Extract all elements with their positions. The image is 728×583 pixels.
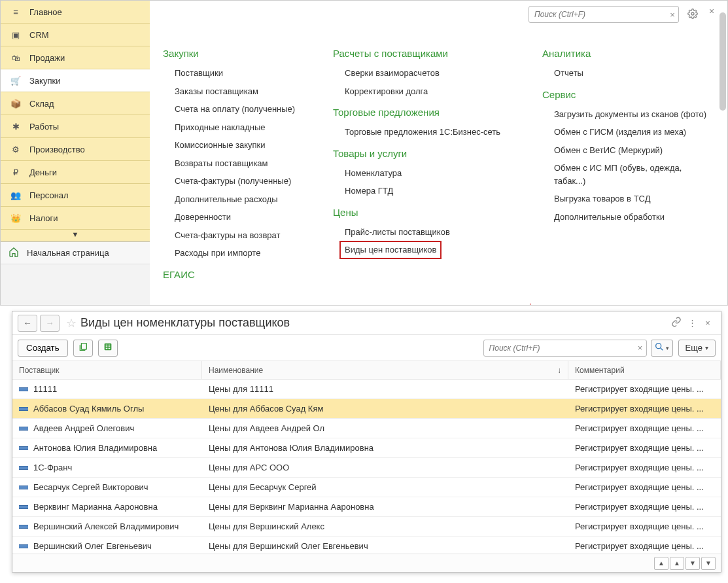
nav-link[interactable]: Приходные накладные [163,118,307,137]
close-panel-button[interactable]: × [705,6,718,16]
column-header-name[interactable]: Наименование ↓ [202,361,568,379]
content-panel: × × Закупки ПоставщикиЗаказы поставщикам… [150,1,727,305]
table-row[interactable]: Антонова Юлия ВладимировнаЦены для Антон… [12,438,721,458]
nav-link[interactable]: Корректировки долга [333,82,516,101]
more-button[interactable]: Еще ▾ [678,340,716,357]
section-ceny[interactable]: Цены [333,207,516,218]
sidebar-item-6[interactable]: ⚙Производство [1,138,150,161]
table-search[interactable]: × [483,340,647,357]
cell-comment: Регистрирует входящие цены. ... [568,541,721,551]
section-torgovye[interactable]: Торговые предложения [333,107,516,118]
copy-button[interactable] [73,340,93,357]
scroll-down-button[interactable]: ▼ [685,557,700,570]
chevron-down-icon: ▾ [705,344,708,351]
nav-link[interactable]: Прайс-листы поставщиков [333,223,516,241]
sidebar-home[interactable]: Начальная страница [1,242,150,264]
nav-link[interactable]: Виды цен поставщиков [339,241,442,259]
table-row[interactable]: 11111Цены для 11111Регистрирует входящие… [12,380,721,399]
sidebar-item-1[interactable]: ▣CRM [1,24,150,46]
table-row[interactable]: Верквинг Марианна АароновнаЦены для Верк… [12,497,721,517]
table-row[interactable]: Вершинский Олег ЕвгеньевичЦены для Верши… [12,537,721,554]
nav-link[interactable]: Загрузить документы из сканов (фото) [542,105,712,124]
table-search-input[interactable] [484,344,634,353]
nav-link[interactable]: Дополнительные расходы [163,190,307,209]
detail-window: ← → ☆ Виды цен номенклатуры поставщиков … [12,311,721,573]
sidebar-item-7[interactable]: ₽Деньги [1,161,150,184]
settings-button[interactable] [684,6,701,23]
sidebar-expand[interactable]: ▼ [1,230,150,241]
content-scrollbar[interactable] [719,11,726,301]
nav-link[interactable]: Обмен с ГИСМ (изделия из меха) [542,123,712,141]
nav-link[interactable]: Расходы при импорте [163,244,307,262]
table-row[interactable]: Вершинский Алексей ВладимировичЦены для … [12,517,721,537]
nav-label: Налоги [29,213,58,223]
scroll-bottom-button[interactable]: ▼ [701,557,716,570]
column-header-supplier[interactable]: Поставщик [12,361,202,379]
nav-link[interactable]: Счета на оплату (полученные) [163,100,307,118]
nav-link[interactable]: Номера ГТД [333,182,516,200]
menu-button[interactable]: ⋮ [684,318,700,328]
table-row[interactable]: Аббасов Суад Кямиль ОглыЦены для Аббасов… [12,399,721,419]
clear-icon[interactable]: × [667,10,678,20]
table-row[interactable]: Авдеев Андрей ОлеговичЦены для Авдеев Ан… [12,419,721,438]
section-egais[interactable]: ЕГАИС [163,269,307,280]
link-button[interactable] [668,317,684,329]
register-button[interactable] [98,340,118,357]
sidebar-item-0[interactable]: ≡Главное [1,1,150,24]
nav-link[interactable]: Комиссионные закупки [163,136,307,154]
cell-supplier: Вершинский Олег Евгеньевич [33,541,152,551]
kebab-icon: ⋮ [688,318,697,328]
sidebar-item-8[interactable]: 👥Персонал [1,184,150,207]
row-icon [19,387,28,391]
section-zakupki[interactable]: Закупки [163,48,307,59]
nav-link[interactable]: Счета-фактуры на возврат [163,226,307,245]
nav-link[interactable]: Заказы поставщикам [163,82,307,101]
favorite-button[interactable]: ☆ [66,316,77,330]
global-search-input[interactable] [529,10,667,19]
cell-name: Цены для АРС ООО [202,463,568,472]
nav-link[interactable]: Доверенности [163,208,307,226]
nav-link[interactable]: Отчеты [542,64,712,82]
home-icon [9,247,20,259]
table-row[interactable]: Бесарчук Сергей ВикторовичЦены для Бесар… [12,478,721,497]
nav-forward-button[interactable]: → [40,315,60,332]
nav-link[interactable]: Возвраты поставщикам [163,154,307,173]
sidebar-item-5[interactable]: ✱Работы [1,115,150,138]
nav-link[interactable]: Выгрузка товаров в ТСД [542,190,712,208]
nav-link[interactable]: Поставщики [163,64,307,82]
scroll-top-button[interactable]: ▲ [654,557,668,570]
cell-supplier: Верквинг Марианна Аароновна [33,502,158,512]
section-tovary[interactable]: Товары и услуги [333,148,516,159]
svg-rect-5 [105,346,107,347]
nav-link[interactable]: Номенклатура [333,164,516,183]
nav-label: CRM [29,30,49,40]
up-icon: ▲ [674,559,680,567]
search-icon [654,342,665,354]
nav-link[interactable]: Торговые предложения 1С:Бизнес-сеть [333,123,516,141]
sidebar-item-3[interactable]: 🛒Закупки [1,69,150,92]
nav-link[interactable]: Дополнительные обработки [542,208,712,226]
nav-label: Продажи [29,53,65,63]
section-analitika[interactable]: Аналитика [542,48,712,59]
global-search[interactable]: × [529,6,679,23]
scroll-up-button[interactable]: ▲ [670,557,684,570]
sidebar-item-9[interactable]: 👑Налоги [1,207,150,230]
sidebar-item-2[interactable]: 🛍Продажи [1,46,150,69]
nav-link[interactable]: Обмен с ВетИС (Меркурий) [542,141,712,160]
search-button[interactable]: ▾ [651,340,673,357]
window-title: Виды цен номенклатуры поставщиков [80,316,668,330]
nav-link[interactable]: Сверки взаиморасчетов [333,64,516,82]
table-row[interactable]: 1С-ФранчЦены для АРС ОООРегистрирует вхо… [12,458,721,478]
clear-icon[interactable]: × [634,343,646,353]
section-servis[interactable]: Сервис [542,89,712,100]
row-icon [19,525,28,529]
close-window-button[interactable]: × [700,318,716,328]
create-button[interactable]: Создать [18,340,68,357]
row-icon [19,407,28,411]
nav-link[interactable]: Обмен с ИС МП (обувь, одежда, табак...) [542,159,712,190]
nav-back-button[interactable]: ← [18,315,37,332]
section-raschety[interactable]: Расчеты с поставщиками [333,48,516,59]
column-header-comment[interactable]: Комментарий [568,361,721,379]
sidebar-item-4[interactable]: 📦Склад [1,92,150,115]
nav-link[interactable]: Счета-фактуры (полученные) [163,172,307,190]
